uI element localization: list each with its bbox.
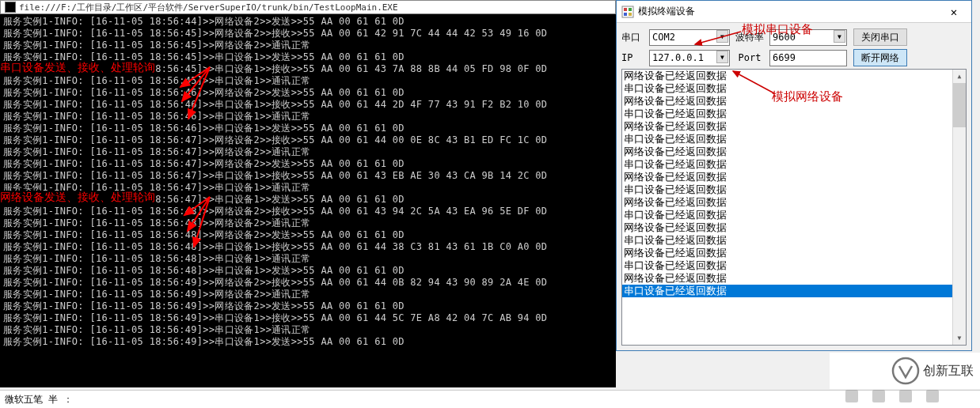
svg-rect-7 bbox=[624, 8, 627, 11]
console-line: 服务实例1-INFO: [16-11-05 18:56:46]>>网络设备2>>… bbox=[3, 87, 613, 99]
svg-rect-10 bbox=[629, 13, 632, 16]
console-titlebar[interactable]: file:///F:/工作目录/工作区/平台软件/ServerSuperIO/t… bbox=[0, 0, 616, 14]
list-item[interactable]: 串口设备已经返回数据 bbox=[622, 183, 952, 196]
list-item[interactable]: 网络设备已经返回数据 bbox=[622, 272, 952, 285]
console-line: 服务实例1-INFO: [16-11-05 18:56:49]>>串口设备1>>… bbox=[3, 324, 613, 336]
list-item[interactable]: 串口设备已经返回数据 bbox=[622, 234, 952, 247]
console-line: 服务实例1-INFO: [16-11-05 18:56:45]>>串口设备1>>… bbox=[3, 75, 613, 87]
close-button[interactable]: ✕ bbox=[936, 2, 971, 22]
console-line: 服务实例1-INFO: [16-11-05 18:56:46]>>串口设备1>>… bbox=[3, 111, 613, 123]
console-line: 服务实例1-INFO: [16-11-05 18:56:45]>>网络设备2>>… bbox=[3, 28, 613, 40]
scroll-up-icon[interactable]: ▲ bbox=[953, 70, 966, 83]
dialog-app-icon bbox=[621, 6, 634, 18]
list-item[interactable]: 串口设备已经返回数据 bbox=[622, 209, 952, 221]
list-item[interactable]: 串口设备已经返回数据 bbox=[622, 158, 952, 171]
list-item[interactable]: 网络设备已经返回数据 bbox=[622, 70, 952, 82]
scroll-thumb[interactable] bbox=[953, 83, 966, 127]
ime-status: 微软五笔 半 ： bbox=[5, 393, 73, 406]
console-title: file:///F:/工作目录/工作区/平台软件/ServerSuperIO/t… bbox=[19, 2, 398, 13]
tray-icon[interactable] bbox=[926, 390, 939, 402]
console-line: 服务实例1-INFO: [16-11-05 18:56:49]>>网络设备2>>… bbox=[3, 277, 613, 289]
list-item[interactable]: 网络设备已经返回数据 bbox=[622, 120, 952, 133]
console-line: 服务实例1-INFO: [16-11-05 18:56:49]>>网络设备2>>… bbox=[3, 300, 613, 312]
list-item[interactable]: 网络设备已经返回数据 bbox=[622, 145, 952, 158]
list-item[interactable]: 串口设备已经返回数据 bbox=[622, 108, 952, 120]
list-item[interactable]: 网络设备已经返回数据 bbox=[622, 196, 952, 209]
console-line: 服务实例1-INFO: [16-11-05 18:56:47]>>网络设备2>>… bbox=[3, 158, 613, 170]
list-item[interactable]: 串口设备已经返回数据 bbox=[622, 285, 952, 297]
anno-network-device: 模拟网络设备 bbox=[772, 89, 843, 104]
scroll-track[interactable] bbox=[953, 83, 966, 331]
console-line: 服务实例1-INFO: [16-11-05 18:56:49]>>串口设备1>>… bbox=[3, 336, 613, 348]
tray-icon[interactable] bbox=[872, 390, 885, 402]
list-item[interactable]: 串口设备已经返回数据 bbox=[622, 133, 952, 145]
disconnect-button[interactable]: 断开网络 bbox=[853, 49, 907, 66]
logo-text: 创新互联 bbox=[923, 363, 974, 380]
logo-area: 创新互联 bbox=[830, 353, 980, 389]
serial-port-dropdown[interactable] bbox=[649, 29, 730, 46]
ip-dropdown[interactable] bbox=[649, 50, 730, 66]
console-line: 服务实例1-INFO: [16-11-05 18:56:48]>>网络设备2>>… bbox=[3, 206, 613, 217]
list-item[interactable]: 网络设备已经返回数据 bbox=[622, 247, 952, 259]
list-item[interactable]: 网络设备已经返回数据 bbox=[622, 221, 952, 234]
tray-icon[interactable] bbox=[845, 390, 858, 402]
port-label: Port bbox=[731, 52, 769, 63]
console-line: 服务实例1-INFO: [16-11-05 18:56:48]>>网络设备2>>… bbox=[3, 217, 613, 229]
svg-rect-8 bbox=[629, 8, 632, 11]
svg-rect-9 bbox=[624, 13, 627, 16]
exe-icon bbox=[5, 2, 16, 13]
dialog-window: 模拟终端设备 ✕ 串口 ▼ 波特率 ▼ 关闭串口 IP ▼ Port bbox=[616, 0, 972, 351]
console-line: 服务实例1-INFO: [16-11-05 18:56:47]>>网络设备2>>… bbox=[3, 146, 613, 158]
console-line: 服务实例1-INFO: [16-11-05 18:56:49]>>网络设备2>>… bbox=[3, 289, 613, 300]
console-line: 服务实例1-INFO: [16-11-05 18:56:47]>>串口设备1>>… bbox=[3, 170, 613, 182]
port-input[interactable] bbox=[769, 50, 847, 66]
console-line: 服务实例1-INFO: [16-11-05 18:56:46]>>串口设备1>>… bbox=[3, 99, 613, 111]
console-line: 服务实例1-INFO: [16-11-05 18:56:44]>>网络设备2>>… bbox=[3, 16, 613, 28]
statusbar: 微软五笔 半 ： bbox=[0, 390, 980, 408]
list-item[interactable]: 串口设备已经返回数据 bbox=[622, 259, 952, 272]
list-scrollbar[interactable]: ▲ ▼ bbox=[952, 70, 966, 345]
svg-point-13 bbox=[893, 358, 918, 383]
console-line: 服务实例1-INFO: [16-11-05 18:56:49]>>串口设备1>>… bbox=[3, 312, 613, 324]
anno-serial-device: 模拟串口设备 bbox=[742, 22, 813, 37]
console-line: 服务实例1-INFO: [16-11-05 18:56:48]>>串口设备1>>… bbox=[3, 265, 613, 277]
list-item[interactable]: 网络设备已经返回数据 bbox=[622, 171, 952, 183]
tray-icon[interactable] bbox=[899, 390, 912, 402]
tray-icons bbox=[845, 390, 980, 407]
dialog-title: 模拟终端设备 bbox=[638, 5, 936, 18]
console-line: 服务实例1-INFO: [16-11-05 18:56:48]>>串口设备1>>… bbox=[3, 253, 613, 265]
serial-label: 串口 bbox=[621, 31, 648, 44]
console-line: 服务实例1-INFO: [16-11-05 18:56:46]>>串口设备1>>… bbox=[3, 123, 613, 134]
console-line: 服务实例1-INFO: [16-11-05 18:56:47]>>网络设备2>>… bbox=[3, 134, 613, 146]
console-line: 服务实例1-INFO: [16-11-05 18:56:48]>>网络设备2>>… bbox=[3, 229, 613, 241]
dialog-titlebar[interactable]: 模拟终端设备 ✕ bbox=[617, 1, 971, 23]
response-list: 网络设备已经返回数据串口设备已经返回数据网络设备已经返回数据串口设备已经返回数据… bbox=[621, 69, 967, 346]
scroll-down-icon[interactable]: ▼ bbox=[953, 331, 966, 345]
logo-icon bbox=[891, 357, 920, 385]
console-line: 服务实例1-INFO: [16-11-05 18:56:48]>>串口设备1>>… bbox=[3, 241, 613, 253]
console-line: 服务实例1-INFO: [16-11-05 18:56:45]>>网络设备2>>… bbox=[3, 40, 613, 51]
list-content[interactable]: 网络设备已经返回数据串口设备已经返回数据网络设备已经返回数据串口设备已经返回数据… bbox=[622, 70, 952, 345]
ip-label: IP bbox=[621, 52, 648, 63]
overlay-network-annotation: 网络设备发送、接收、处理轮询 bbox=[0, 191, 155, 205]
close-serial-button[interactable]: 关闭串口 bbox=[853, 28, 907, 46]
overlay-serial-annotation: 串口设备发送、接收、处理轮询 bbox=[0, 61, 155, 75]
